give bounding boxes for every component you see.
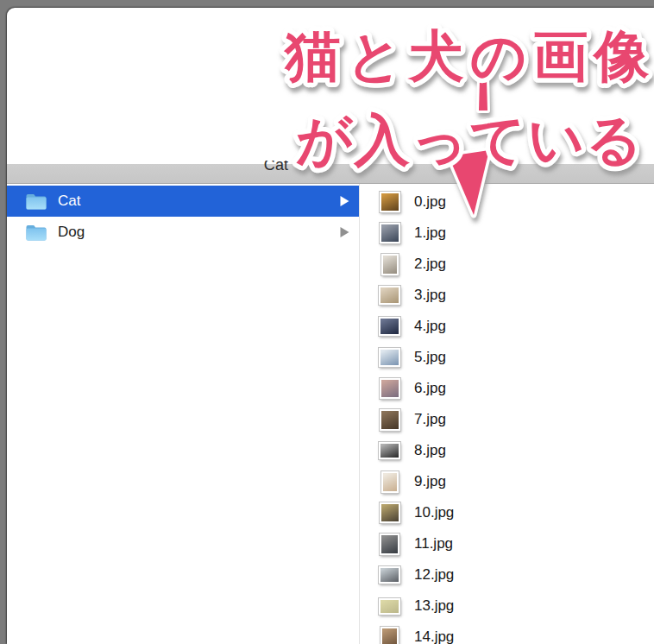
- file-thumbnail: [380, 378, 400, 399]
- file-thumbnail: [379, 348, 400, 367]
- thumbnail-image: [380, 287, 399, 303]
- thumbnail-image: [380, 444, 399, 458]
- file-thumbnail: [380, 409, 400, 431]
- column-header-bar: [7, 164, 654, 184]
- file-thumbnail: [380, 223, 400, 243]
- thumbnail-image: [381, 535, 398, 553]
- thumbnail-image: [381, 380, 399, 397]
- file-row[interactable]: 7.jpg: [360, 404, 654, 435]
- thumbnail-image: [380, 600, 399, 613]
- file-thumbnail: [379, 286, 400, 305]
- chevron-right-icon: [340, 227, 349, 238]
- thumbnail-slot: [378, 251, 401, 277]
- folder-label: Dog: [58, 224, 85, 241]
- file-thumbnail: [380, 192, 400, 212]
- file-name: 11.jpg: [414, 535, 453, 552]
- file-thumbnail: [379, 598, 400, 615]
- folder-row[interactable]: Dog: [7, 217, 359, 248]
- file-name: 2.jpg: [414, 256, 446, 273]
- file-thumbnail: [379, 566, 400, 584]
- file-row[interactable]: 13.jpg: [360, 590, 654, 622]
- thumbnail-slot: [378, 282, 401, 308]
- file-name: 9.jpg: [414, 473, 446, 490]
- file-thumbnail: [381, 254, 399, 275]
- finder-window: Cat Cat: [7, 8, 654, 644]
- file-thumbnail: [380, 534, 399, 555]
- file-name: 6.jpg: [414, 380, 446, 397]
- thumbnail-slot: [378, 562, 401, 588]
- file-row[interactable]: 12.jpg: [360, 559, 654, 590]
- file-row[interactable]: 2.jpg: [360, 249, 654, 280]
- file-thumbnail: [380, 502, 400, 523]
- thumbnail-slot: [378, 220, 401, 246]
- file-name: 5.jpg: [414, 349, 446, 366]
- thumbnail-image: [381, 193, 399, 211]
- thumbnail-image: [381, 411, 399, 429]
- file-name: 3.jpg: [414, 287, 446, 304]
- file-thumbnail: [379, 442, 400, 459]
- folder-label: Cat: [58, 193, 80, 210]
- thumbnail-slot: [378, 593, 401, 619]
- file-row[interactable]: 3.jpg: [360, 280, 654, 311]
- file-name: 4.jpg: [414, 318, 446, 335]
- thumbnail-slot: [378, 500, 401, 526]
- file-column: 0.jpg 1.jpg: [360, 184, 654, 644]
- file-row[interactable]: 10.jpg: [360, 497, 654, 528]
- folder-icon: [26, 224, 47, 241]
- file-row[interactable]: 9.jpg: [360, 466, 654, 497]
- thumbnail-image: [380, 568, 399, 582]
- thumbnail-image: [382, 628, 397, 644]
- column-view: Cat Dog: [7, 184, 654, 644]
- thumbnail-slot: [378, 313, 401, 339]
- thumbnail-slot: [378, 531, 401, 557]
- file-row[interactable]: 4.jpg: [360, 311, 654, 342]
- thumbnail-image: [381, 504, 399, 521]
- thumbnail-slot: [378, 624, 401, 644]
- file-name: 1.jpg: [414, 224, 446, 242]
- file-row[interactable]: 11.jpg: [360, 528, 654, 559]
- file-name: 10.jpg: [414, 504, 454, 521]
- file-row[interactable]: 6.jpg: [360, 373, 654, 404]
- thumbnail-slot: [378, 189, 401, 215]
- folder-row[interactable]: Cat: [7, 186, 359, 217]
- folder-column: Cat Dog: [7, 184, 359, 644]
- file-name: 12.jpg: [414, 566, 454, 584]
- file-name: 14.jpg: [414, 628, 454, 644]
- thumbnail-slot: [378, 438, 401, 464]
- thumbnail-slot: [378, 407, 401, 432]
- file-row[interactable]: 14.jpg: [360, 622, 654, 644]
- file-name: 7.jpg: [414, 411, 446, 428]
- file-name: 0.jpg: [414, 193, 446, 211]
- thumbnail-slot: [378, 376, 401, 401]
- file-row[interactable]: 1.jpg: [360, 218, 654, 249]
- thumbnail-image: [383, 473, 397, 491]
- file-name: 8.jpg: [414, 442, 446, 459]
- file-thumbnail: [380, 627, 399, 644]
- file-thumbnail: [379, 317, 400, 336]
- chevron-right-icon: [340, 196, 349, 207]
- thumbnail-image: [383, 256, 397, 274]
- thumbnail-image: [381, 224, 399, 242]
- thumbnail-image: [380, 319, 399, 334]
- thumbnail-slot: [378, 469, 401, 495]
- file-row[interactable]: 8.jpg: [360, 435, 654, 466]
- thumbnail-image: [380, 350, 399, 365]
- folder-icon: [26, 193, 47, 210]
- file-name: 13.jpg: [414, 597, 454, 615]
- file-row[interactable]: 0.jpg: [360, 186, 654, 218]
- file-thumbnail: [381, 471, 399, 493]
- thumbnail-slot: [378, 344, 401, 370]
- file-row[interactable]: 5.jpg: [360, 342, 654, 373]
